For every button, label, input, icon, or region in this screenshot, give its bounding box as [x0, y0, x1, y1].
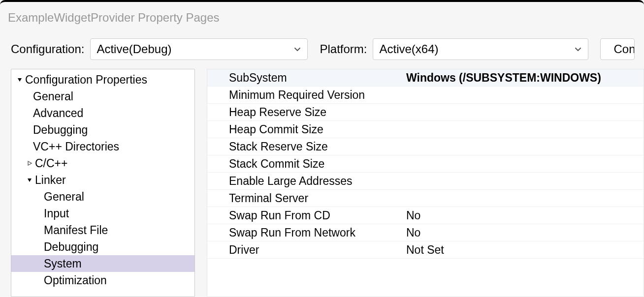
tree-label: Debugging [44, 240, 98, 254]
configuration-manager-label: Conf [613, 42, 635, 56]
grid-row[interactable]: Swap Run From CD No [207, 207, 644, 224]
tree-item-linker-manifest[interactable]: Manifest File [11, 222, 194, 238]
grid-row[interactable]: SubSystem Windows (/SUBSYSTEM:WINDOWS) [207, 69, 644, 87]
platform-label: Platform: [320, 42, 367, 56]
grid-row-label: SubSystem [207, 71, 402, 85]
grid-row-label: Enable Large Addresses [207, 175, 402, 188]
tree-label: C/C++ [35, 157, 67, 170]
category-tree[interactable]: Configuration Properties General Advance… [11, 69, 195, 297]
grid-row-label: Heap Commit Size [207, 123, 402, 136]
tree-label: System [44, 257, 82, 270]
grid-row-label: Stack Commit Size [207, 157, 402, 171]
tree-root-configuration-properties[interactable]: Configuration Properties [11, 71, 194, 88]
platform-value: Active(x64) [379, 42, 438, 56]
window-title: ExampleWidgetProvider Property Pages [0, 2, 644, 27]
tree-item-linker-debugging[interactable]: Debugging [11, 238, 194, 255]
tree-label: Input [44, 207, 69, 220]
tree-label: General [33, 90, 73, 103]
platform-combo[interactable]: Active(x64) [373, 38, 588, 60]
tree-item-cpp[interactable]: C/C++ [11, 155, 194, 172]
tree-label: VC++ Directories [33, 140, 119, 153]
grid-row[interactable]: Enable Large Addresses [207, 173, 644, 190]
grid-row-label: Terminal Server [207, 192, 402, 205]
grid-row-label: Stack Reserve Size [207, 140, 402, 153]
grid-row[interactable]: Swap Run From Network No [207, 224, 644, 241]
configuration-manager-button[interactable]: Conf [600, 38, 635, 60]
tree-item-linker-general[interactable]: General [11, 188, 194, 205]
tree-item-advanced[interactable]: Advanced [11, 105, 194, 121]
grid-row-label: Driver [207, 243, 402, 257]
grid-row[interactable]: Heap Reserve Size [207, 104, 644, 121]
tree-item-linker-optimization[interactable]: Optimization [11, 272, 194, 289]
tree-label: Advanced [33, 107, 83, 120]
tree-label: General [44, 190, 84, 204]
tree-label: Optimization [44, 274, 107, 287]
tree-item-vc-directories[interactable]: VC++ Directories [11, 138, 194, 155]
tree-label: Debugging [33, 123, 88, 137]
tree-item-general[interactable]: General [11, 88, 194, 105]
grid-row-label: Swap Run From Network [207, 226, 402, 239]
grid-row-label: Swap Run From CD [207, 209, 402, 222]
grid-row[interactable]: Terminal Server [207, 190, 644, 207]
expanded-icon [15, 75, 24, 84]
tree-item-linker-system[interactable]: System [11, 255, 194, 272]
grid-row[interactable]: Stack Commit Size [207, 155, 644, 173]
grid-row-value[interactable]: No [402, 209, 644, 222]
collapsed-icon [25, 159, 34, 168]
grid-row-value[interactable]: Not Set [402, 243, 644, 257]
grid-row[interactable]: Heap Commit Size [207, 121, 644, 138]
property-grid: SubSystem Windows (/SUBSYSTEM:WINDOWS) M… [207, 69, 644, 297]
grid-row[interactable]: Minimum Required Version [207, 87, 644, 104]
grid-row[interactable]: Driver Not Set [207, 241, 644, 259]
expanded-icon [25, 176, 34, 184]
tree-item-linker[interactable]: Linker [11, 172, 194, 188]
toolbar: Configuration: Active(Debug) Platform: A… [0, 27, 644, 69]
grid-row-value[interactable]: No [402, 226, 644, 239]
property-pages-window: ExampleWidgetProvider Property Pages Con… [0, 0, 644, 297]
tree-label: Configuration Properties [25, 73, 147, 87]
grid-row-label: Heap Reserve Size [207, 106, 402, 119]
grid-row-value[interactable]: Windows (/SUBSYSTEM:WINDOWS) [402, 71, 644, 85]
chevron-down-icon [292, 46, 302, 53]
grid-row[interactable]: Stack Reserve Size [207, 138, 644, 155]
tree-label: Manifest File [44, 224, 108, 237]
tree-item-linker-input[interactable]: Input [11, 205, 194, 222]
configuration-label: Configuration: [11, 42, 84, 56]
configuration-value: Active(Debug) [97, 42, 171, 56]
tree-item-debugging[interactable]: Debugging [11, 121, 194, 138]
tree-label: Linker [35, 174, 66, 187]
configuration-combo[interactable]: Active(Debug) [90, 38, 308, 60]
chevron-down-icon [573, 46, 583, 53]
body: Configuration Properties General Advance… [0, 69, 644, 297]
grid-row-label: Minimum Required Version [207, 89, 402, 102]
